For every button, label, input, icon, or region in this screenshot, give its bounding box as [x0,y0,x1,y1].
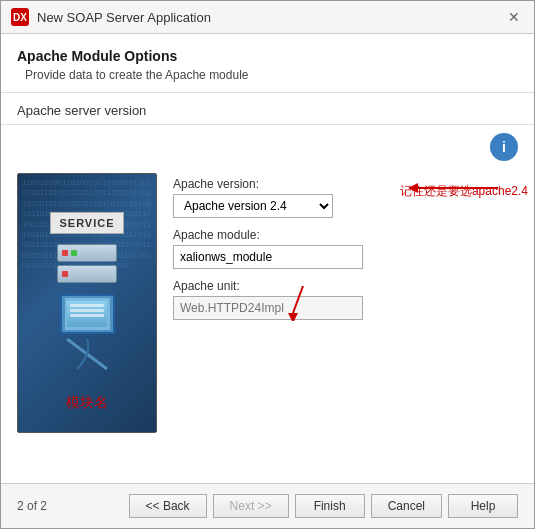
help-button[interactable]: Help [448,494,518,518]
module-label: Apache module: [173,228,518,242]
monitor [60,294,115,334]
annotation-version: 记住还是要选apache2.4 [400,183,528,200]
screen-line-1 [70,304,104,307]
window-title: New SOAP Server Application [37,10,496,25]
monitor-screen [65,298,110,330]
svg-marker-3 [288,313,298,321]
next-button[interactable]: Next >> [213,494,289,518]
module-note: 模块名 [18,394,156,412]
main-window: DX New SOAP Server Application ✕ Apache … [0,0,535,529]
finish-button[interactable]: Finish [295,494,365,518]
server-illustration [57,244,117,334]
module-input[interactable] [173,245,363,269]
cable-svg [37,334,137,374]
page-indicator: 2 of 2 [17,499,123,513]
server-unit-1 [57,244,117,262]
version-select[interactable]: Apache version 2.4 Apache version 2.2 [173,194,333,218]
light-red [62,250,68,256]
screen-content [67,301,107,327]
form-panel: Apache version: Apache version 2.4 Apach… [173,173,518,475]
svg-line-2 [293,286,303,313]
info-icon[interactable]: i [490,133,518,161]
app-icon: DX [11,8,29,26]
unit-input [173,296,363,320]
unit-label: Apache unit: [173,279,518,293]
header-section: Apache Module Options Provide data to cr… [1,34,534,93]
unit-group: Apache unit: [173,279,518,320]
screen-line-2 [70,309,104,312]
service-label: SERVICE [50,212,123,234]
server-unit-2 [57,265,117,283]
section-label: Apache server version [1,93,534,125]
illustration-panel: 1100101001101001011010010110100101101001… [17,173,157,433]
title-bar: DX New SOAP Server Application ✕ [1,1,534,34]
back-button[interactable]: << Back [129,494,207,518]
page-subtitle: Provide data to create the Apache module [17,68,518,82]
cancel-button[interactable]: Cancel [371,494,442,518]
light-green [71,250,77,256]
light-red-2 [62,271,68,277]
content-area: 1100101001101001011010010110100101101001… [1,165,534,483]
footer: 2 of 2 << Back Next >> Finish Cancel Hel… [1,483,534,528]
main-content: i 11001010011010010110100101101001011010… [1,125,534,483]
info-icon-bar: i [1,125,534,165]
screen-line-3 [70,314,104,317]
close-button[interactable]: ✕ [504,7,524,27]
arrow-unit [273,281,333,321]
module-group: Apache module: [173,228,518,269]
page-title: Apache Module Options [17,48,518,64]
